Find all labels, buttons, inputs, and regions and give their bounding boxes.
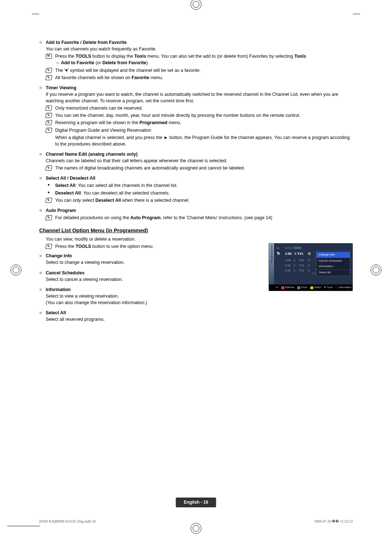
osd-context-menu: Change Info Cancel Schedules Information… — [316, 251, 350, 276]
info-note: The names of digital broadcasting channe… — [46, 165, 353, 171]
menu-item-information[interactable]: Information — [317, 263, 350, 269]
osd-date: 1 / 1 / 2009 — [285, 246, 301, 250]
manual-page: Add to Favorite / Delete from Favorite Y… — [39, 15, 353, 525]
info-note: You can only select Deselect All when th… — [46, 197, 353, 204]
clock-icon: ⏲ — [307, 259, 310, 262]
heart-icon: ♥ — [65, 68, 68, 73]
section-heading-programmed: Channel List Option Menu (in Programmed) — [39, 227, 353, 234]
osd-footer-bar: All Antenna Zoom Select ⚒ Tools Informat… — [269, 285, 352, 291]
tools-note: Press the TOOLS button to display the To… — [46, 53, 353, 66]
body-text: When a digital channel is selected, and … — [46, 134, 353, 147]
info-note: For detailed procedures on using the Aut… — [46, 214, 353, 221]
info-note: The '♥' symbol will be displayed and the… — [46, 67, 353, 74]
section-title-selectall: Select All / Deselect All — [46, 175, 353, 181]
clock-icon: ⏲ — [307, 264, 310, 267]
crop-mark — [32, 14, 39, 14]
body-text: You can view, modify or delete a reserva… — [46, 236, 353, 242]
body-text: (You can also change the reservation inf… — [46, 299, 353, 306]
list-item: 2:592TV3⏲ — [285, 258, 310, 263]
imprint-filename: [8500-NA]BN68-02322C-Eng.indb 16 — [39, 519, 96, 524]
section-title-favorite: Add to Favorite / Delete from Favorite — [46, 39, 353, 46]
body-text: Channels can be labeled so that their ca… — [46, 158, 353, 164]
page-number-badge: English - 16 — [176, 498, 216, 507]
info-note: You can set the channel, day, month, yea… — [46, 112, 353, 119]
osd-row-head: 1:59 5 TV1 ⏲ — [285, 251, 311, 256]
osd-side-label: Programmed — [269, 244, 275, 264]
list-item: Select All: You can select all the chann… — [46, 182, 353, 189]
info-note: All favorite channels will be shown on F… — [46, 74, 353, 81]
registration-mark-icon — [191, 0, 201, 10]
info-note: Reserving a program will be shown in the… — [46, 119, 353, 126]
menu-item-cancelschedules[interactable]: Cancel Schedules — [317, 258, 350, 264]
body-text: Select to view a viewing reservation. — [46, 293, 353, 299]
section-title-timer: Timer Viewing — [46, 85, 353, 91]
section-title-namedit: Channel Name Edit (analog channels only) — [46, 151, 353, 158]
crop-mark — [7, 526, 40, 526]
osd-rows: 2:592TV3⏲ 3:592TV2⏲ 4:592TV3⏲ — [285, 258, 310, 273]
body-text: Select all reserved programs. — [46, 316, 353, 323]
heart-icon: ♥ — [277, 246, 279, 251]
info-note: Only memorized channels can be reserved. — [46, 105, 353, 111]
menu-item-changeinfo[interactable]: Change Info — [317, 252, 350, 258]
registration-mark-icon — [11, 265, 21, 275]
clock-icon: ⏲ — [307, 269, 310, 272]
body-text: You can set channels you watch frequentl… — [46, 46, 353, 52]
registration-mark-icon — [371, 265, 381, 275]
list-item: 4:592TV3⏲ — [285, 268, 310, 273]
body-text: If you reserve a program you want to wat… — [46, 91, 353, 104]
list-item: Deselect All: You can deselect all the s… — [46, 190, 353, 196]
osd-screenshot: Programmed ♥ 1 / 1 / 2009 📡 1:59 5 TV1 ⏲… — [269, 243, 353, 291]
list-item: 3:592TV2⏲ — [285, 263, 310, 268]
imprint-timestamp: 2009-07-28 �� 11:23:22 — [314, 519, 353, 524]
section-title-selectall2: Select All — [46, 310, 353, 316]
menu-item-selectall[interactable]: Select All — [317, 269, 350, 275]
crop-mark — [353, 14, 360, 14]
info-note: Digital Program Guide and Viewing Reserv… — [46, 127, 353, 134]
section-title-autoprogram: Auto Program — [46, 207, 353, 214]
antenna-icon: 📡 — [277, 251, 280, 256]
clock-icon: ⏲ — [308, 252, 311, 255]
